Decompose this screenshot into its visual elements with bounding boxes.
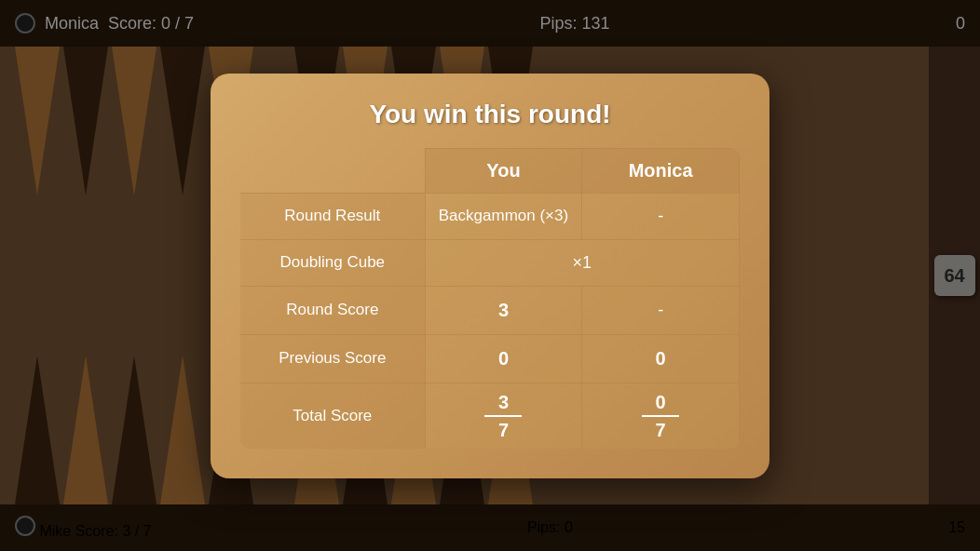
you-numerator: 3	[498, 391, 509, 413]
round-score-you: 3	[425, 286, 582, 334]
round-score-row: Round Score 3 -	[240, 286, 740, 334]
opponent-numerator: 0	[656, 391, 666, 413]
round-result-opponent: -	[582, 193, 740, 239]
round-score-opponent: -	[582, 286, 740, 334]
modal-overlay: You win this round! You Monica Round Res…	[0, 0, 980, 551]
total-score-opponent: 0 7	[582, 383, 740, 449]
round-result-label: Round Result	[240, 193, 425, 239]
score-table: You Monica Round Result Backgammon (×3) …	[240, 148, 740, 449]
table-header-row: You Monica	[240, 148, 740, 193]
total-score-row: Total Score 3 7 0 7	[240, 383, 740, 449]
previous-score-opponent: 0	[582, 334, 740, 383]
modal-title: You win this round!	[240, 100, 740, 129]
previous-score-label: Previous Score	[240, 334, 425, 383]
opponent-fraction-line	[642, 415, 679, 417]
round-result-modal: You win this round! You Monica Round Res…	[211, 74, 769, 478]
previous-score-row: Previous Score 0 0	[240, 334, 740, 383]
opponent-fraction: 0 7	[582, 391, 739, 441]
you-denominator: 7	[498, 419, 509, 441]
doubling-cube-value: ×1	[425, 239, 739, 286]
total-score-label: Total Score	[240, 383, 425, 449]
col-you-header: You	[425, 148, 582, 193]
you-fraction: 3 7	[426, 391, 582, 441]
round-score-label: Round Score	[240, 286, 425, 334]
you-fraction-line	[484, 415, 522, 417]
previous-score-you: 0	[425, 334, 582, 383]
col-opponent-header: Monica	[582, 148, 740, 193]
opponent-denominator: 7	[656, 419, 666, 441]
doubling-cube-row: Doubling Cube ×1	[240, 239, 740, 286]
doubling-cube-label: Doubling Cube	[240, 239, 425, 286]
total-score-you: 3 7	[425, 383, 582, 449]
round-result-you: Backgammon (×3)	[425, 193, 582, 239]
round-result-row: Round Result Backgammon (×3) -	[240, 193, 740, 239]
col-label-header	[240, 148, 425, 193]
